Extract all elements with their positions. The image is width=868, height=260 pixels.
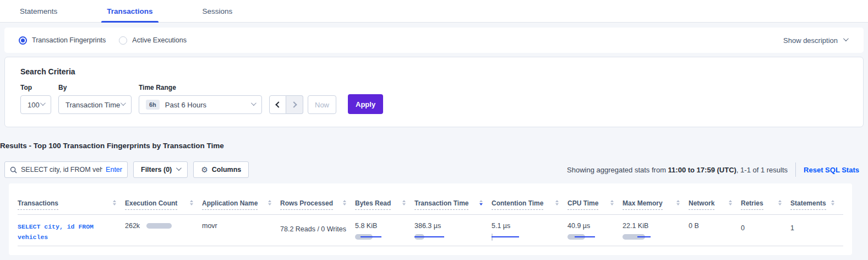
sort-icon[interactable]	[729, 200, 732, 205]
filters-button[interactable]: Filters (0)	[133, 161, 188, 178]
column-header-transaction-time: Transaction Time	[414, 199, 492, 214]
cell-network: 0 B	[689, 222, 741, 230]
sort-icon[interactable]	[113, 200, 116, 205]
cell-contention-time: 5.1 µs	[492, 222, 567, 240]
by-select[interactable]: Transaction Time	[58, 95, 132, 114]
time-range-select[interactable]: 6h Past 6 Hours	[139, 95, 262, 114]
radio-label: Transaction Fingerprints	[32, 36, 106, 44]
top-field: Top 100	[20, 84, 51, 114]
column-header-rows-processed: Rows Processed	[280, 199, 355, 214]
sort-icon-active-desc[interactable]	[479, 200, 483, 205]
time-range-field: Time Range 6h Past 6 Hours	[139, 84, 262, 114]
by-field: By Transaction Time	[58, 84, 132, 114]
sort-icon[interactable]	[268, 200, 271, 205]
search-input[interactable]	[21, 166, 102, 174]
divider	[795, 162, 796, 177]
results-controls: Enter Filters (0) ⚙ Columns Showing aggr…	[4, 161, 859, 178]
radio-transaction-fingerprints[interactable]: Transaction Fingerprints	[19, 36, 106, 45]
sort-icon[interactable]	[190, 200, 193, 205]
search-icon	[10, 166, 17, 174]
transaction-time-bar	[414, 234, 483, 240]
show-description-toggle[interactable]: Show description	[783, 36, 847, 45]
cell-statements: 1	[790, 222, 843, 232]
column-header-transactions: Transactions	[18, 199, 125, 214]
view-toggle-card: Transaction Fingerprints Active Executio…	[4, 28, 864, 53]
sort-icon[interactable]	[402, 200, 406, 205]
filters-label: Filters (0)	[141, 166, 172, 174]
radio-active-executions[interactable]: Active Executions	[119, 36, 187, 45]
cell-retries: 0	[741, 222, 790, 232]
cpu-time-bar	[567, 234, 614, 240]
sort-icon[interactable]	[555, 200, 559, 205]
radio-selected-icon	[19, 36, 27, 45]
sort-icon[interactable]	[676, 200, 680, 205]
chevron-left-icon	[275, 101, 281, 107]
cell-bytes-read: 5.8 KiB	[355, 222, 414, 240]
by-label: By	[58, 84, 132, 91]
chevron-right-icon	[291, 101, 297, 107]
column-header-statements: Statements	[790, 199, 843, 214]
columns-button[interactable]: ⚙ Columns	[193, 161, 249, 178]
time-range-value: Past 6 Hours	[165, 101, 206, 109]
chevron-down-icon	[40, 100, 46, 106]
time-range-label: Time Range	[139, 84, 262, 91]
show-description-label: Show description	[783, 36, 838, 45]
gear-icon: ⚙	[201, 165, 208, 174]
column-header-contention-time: Contention Time	[492, 199, 567, 214]
reset-sql-stats-link[interactable]: Reset SQL Stats	[804, 166, 859, 174]
table-row: SELECT city, id FROM vehicles 262k movr …	[18, 215, 843, 246]
aggregated-stats-note: Showing aggregated stats from 11:00 to 1…	[567, 166, 788, 174]
apply-button[interactable]: Apply	[348, 94, 383, 114]
sort-icon[interactable]	[831, 200, 834, 205]
sort-icon[interactable]	[610, 200, 614, 205]
columns-label: Columns	[212, 166, 241, 174]
tab-transactions[interactable]: Transactions	[101, 0, 158, 22]
execution-count-bar	[146, 223, 172, 229]
top-select-value: 100	[28, 101, 40, 109]
radio-unselected-icon	[119, 36, 127, 45]
column-header-application-name: Application Name	[202, 199, 280, 214]
top-select[interactable]: 100	[20, 95, 51, 114]
chevron-down-icon	[251, 100, 256, 106]
next-time-button[interactable]	[286, 95, 303, 114]
column-header-bytes-read: Bytes Read	[355, 199, 414, 214]
bytes-read-bar	[355, 234, 406, 240]
search-criteria-title: Search Criteria	[20, 67, 848, 76]
search-criteria-card: Search Criteria Top 100 By Transaction T…	[4, 57, 864, 127]
column-header-cpu-time: CPU Time	[567, 199, 623, 214]
results-table: Transactions Execution Count Application…	[9, 183, 852, 255]
contention-time-bar	[492, 234, 559, 240]
sort-icon[interactable]	[778, 200, 782, 205]
cell-application-name: movr	[202, 222, 280, 230]
radio-label: Active Executions	[132, 36, 187, 44]
transaction-fingerprint-link[interactable]: SELECT city, id FROM vehicles	[18, 223, 94, 241]
chevron-down-icon	[121, 100, 126, 106]
cell-max-memory: 22.1 KiB	[623, 222, 689, 240]
results-title: Results - Top 100 Transaction Fingerprin…	[0, 142, 868, 150]
column-header-execution-count: Execution Count	[125, 199, 202, 214]
max-memory-bar	[623, 234, 680, 240]
by-select-value: Transaction Time	[65, 101, 120, 109]
chevron-down-icon	[176, 165, 182, 171]
page-tabs: Statements Transactions Sessions	[0, 0, 868, 23]
sort-icon[interactable]	[343, 200, 346, 205]
now-button[interactable]: Now	[308, 95, 336, 114]
sql-search-box[interactable]: Enter	[4, 161, 128, 178]
column-header-retries: Retries	[741, 199, 790, 214]
table-header-row: Transactions Execution Count Application…	[18, 183, 843, 215]
cell-transaction-time: 386.3 µs	[414, 222, 492, 240]
time-step-buttons	[269, 95, 303, 114]
cell-execution-count: 262k	[125, 222, 202, 230]
column-header-network: Network	[689, 199, 741, 214]
tab-sessions[interactable]: Sessions	[197, 0, 238, 22]
column-header-max-memory: Max Memory	[623, 199, 689, 214]
chevron-down-icon	[843, 36, 849, 41]
cell-cpu-time: 40.9 µs	[567, 222, 623, 240]
tab-statements[interactable]: Statements	[14, 0, 63, 22]
previous-time-button[interactable]	[269, 95, 286, 114]
top-label: Top	[20, 84, 51, 91]
search-enter-button[interactable]: Enter	[106, 166, 122, 174]
cell-rows-processed: 78.2 Reads / 0 Writes	[280, 222, 355, 233]
time-range-badge: 6h	[146, 100, 160, 110]
